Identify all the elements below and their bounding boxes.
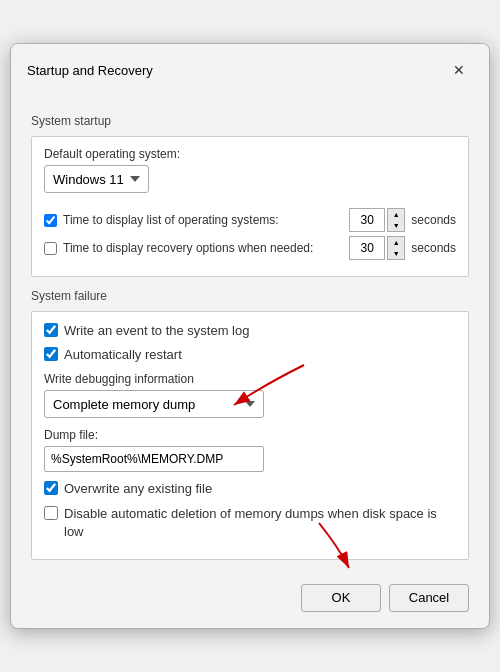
time-recovery-input[interactable]	[349, 236, 385, 260]
write-event-label: Write an event to the system log	[64, 322, 249, 340]
debug-info-label: Write debugging information	[44, 372, 456, 386]
time-display-row: Time to display list of operating system…	[44, 208, 456, 232]
overwrite-label: Overwrite any existing file	[64, 480, 212, 498]
overwrite-row: Overwrite any existing file	[44, 480, 456, 498]
ok-button[interactable]: OK	[301, 584, 381, 612]
auto-restart-row: Automatically restart	[44, 346, 456, 364]
button-row: OK Cancel	[11, 576, 489, 628]
time-display-checkbox[interactable]	[44, 214, 57, 227]
system-failure-section: System failure Write an event to the sys…	[31, 289, 469, 560]
system-failure-group: Write an event to the system log Automat…	[31, 311, 469, 560]
startup-recovery-dialog: Startup and Recovery ✕ System startup De…	[10, 43, 490, 629]
time-recovery-up-btn[interactable]: ▲	[388, 237, 404, 248]
dump-file-label: Dump file:	[44, 428, 456, 442]
time-display-down-btn[interactable]: ▼	[388, 220, 404, 231]
os-dropdown-container: Windows 11	[44, 165, 456, 193]
time-recovery-down-btn[interactable]: ▼	[388, 248, 404, 259]
disable-auto-delete-row: Disable automatic deletion of memory dum…	[44, 505, 456, 541]
overwrite-checkbox[interactable]	[44, 481, 58, 495]
dialog-title: Startup and Recovery	[27, 63, 153, 78]
write-event-checkbox[interactable]	[44, 323, 58, 337]
cancel-button[interactable]: Cancel	[389, 584, 469, 612]
auto-restart-checkbox[interactable]	[44, 347, 58, 361]
seconds-label-2: seconds	[411, 241, 456, 255]
title-bar: Startup and Recovery ✕	[11, 44, 489, 94]
system-startup-group: Default operating system: Windows 11 Tim…	[31, 136, 469, 277]
disable-auto-delete-checkbox[interactable]	[44, 506, 58, 520]
dialog-content: System startup Default operating system:…	[11, 94, 489, 576]
time-recovery-checkbox[interactable]	[44, 242, 57, 255]
time-display-up-btn[interactable]: ▲	[388, 209, 404, 220]
close-button[interactable]: ✕	[445, 56, 473, 84]
write-event-row: Write an event to the system log	[44, 322, 456, 340]
debug-dropdown[interactable]: Complete memory dump Kernel memory dump …	[44, 390, 264, 418]
system-failure-label: System failure	[31, 289, 469, 303]
time-display-input[interactable]	[349, 208, 385, 232]
disable-auto-delete-label: Disable automatic deletion of memory dum…	[64, 505, 456, 541]
time-display-label: Time to display list of operating system…	[63, 213, 343, 227]
system-startup-section: System startup Default operating system:…	[31, 114, 469, 277]
debug-dropdown-wrapper: Complete memory dump Kernel memory dump …	[44, 390, 456, 418]
system-startup-label: System startup	[31, 114, 469, 128]
time-recovery-row: Time to display recovery options when ne…	[44, 236, 456, 260]
time-recovery-label: Time to display recovery options when ne…	[63, 241, 343, 255]
auto-restart-label: Automatically restart	[64, 346, 182, 364]
dump-file-input[interactable]	[44, 446, 264, 472]
seconds-label-1: seconds	[411, 213, 456, 227]
default-os-label: Default operating system:	[44, 147, 456, 161]
os-dropdown[interactable]: Windows 11	[44, 165, 149, 193]
